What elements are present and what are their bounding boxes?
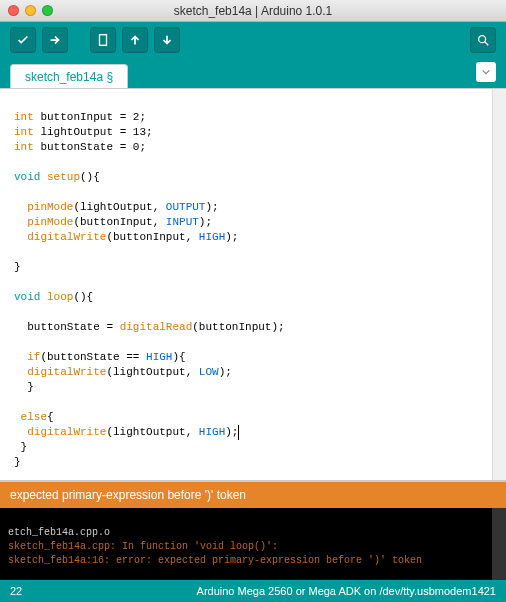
code-token: else xyxy=(14,411,47,423)
magnifier-icon xyxy=(476,33,490,47)
console-line: sketch_feb14a:16: error: expected primar… xyxy=(8,555,422,566)
code-token: void xyxy=(14,171,40,183)
svg-rect-0 xyxy=(100,35,107,46)
minimize-icon[interactable] xyxy=(25,5,36,16)
code-token: ){ xyxy=(172,351,185,363)
open-button[interactable] xyxy=(122,27,148,53)
board-info: Arduino Mega 2560 or Mega ADK on /dev/tt… xyxy=(197,585,496,597)
code-token: } xyxy=(14,261,21,273)
status-bar: 22 Arduino Mega 2560 or Mega ADK on /dev… xyxy=(0,580,506,602)
code-token: digitalWrite xyxy=(14,366,106,378)
error-message: expected primary-expression before ')' t… xyxy=(10,488,246,502)
code-token: ); xyxy=(219,366,232,378)
console-line: sketch_feb14a.cpp: In function 'void loo… xyxy=(8,541,278,552)
svg-point-1 xyxy=(479,36,486,43)
code-token: (){ xyxy=(80,171,100,183)
code-token: int xyxy=(14,141,34,153)
code-token: buttonState = xyxy=(14,321,120,333)
upload-button[interactable] xyxy=(42,27,68,53)
code-token: OUTPUT xyxy=(166,201,206,213)
code-token: } xyxy=(14,456,21,468)
code-token: HIGH xyxy=(199,231,225,243)
code-token: ); xyxy=(205,201,218,213)
save-button[interactable] xyxy=(154,27,180,53)
toolbar xyxy=(0,22,506,58)
code-token: (lightOutput, xyxy=(106,426,198,438)
code-token: void xyxy=(14,291,40,303)
code-token: (){ xyxy=(73,291,93,303)
code-token: (buttonInput, xyxy=(106,231,198,243)
file-icon xyxy=(96,33,110,47)
code-token: } xyxy=(14,381,34,393)
traffic-lights xyxy=(8,5,53,16)
code-token: setup xyxy=(40,171,80,183)
code-token: int xyxy=(14,126,34,138)
tab-sketch[interactable]: sketch_feb14a § xyxy=(10,64,128,88)
console-output[interactable]: etch_feb14a.cpp.o sketch_feb14a.cpp: In … xyxy=(0,508,506,580)
console-scrollbar[interactable] xyxy=(492,508,506,580)
close-icon[interactable] xyxy=(8,5,19,16)
arrow-down-icon xyxy=(160,33,174,47)
code-token: lightOutput = 13; xyxy=(34,126,153,138)
code-token: int xyxy=(14,111,34,123)
check-icon xyxy=(16,33,30,47)
error-bar: expected primary-expression before ')' t… xyxy=(0,482,506,508)
tab-menu-button[interactable] xyxy=(476,62,496,82)
code-token: HIGH xyxy=(199,426,225,438)
line-number: 22 xyxy=(10,585,22,597)
code-token: (lightOutput, xyxy=(73,201,165,213)
code-token: pinMode xyxy=(14,201,73,213)
code-token: ); xyxy=(225,231,238,243)
maximize-icon[interactable] xyxy=(42,5,53,16)
serial-monitor-button[interactable] xyxy=(470,27,496,53)
verify-button[interactable] xyxy=(10,27,36,53)
arrow-up-icon xyxy=(128,33,142,47)
window-titlebar: sketch_feb14a | Arduino 1.0.1 xyxy=(0,0,506,22)
code-token: INPUT xyxy=(166,216,199,228)
tab-bar: sketch_feb14a § xyxy=(0,58,506,88)
window-title: sketch_feb14a | Arduino 1.0.1 xyxy=(0,4,506,18)
code-token: buttonInput = 2; xyxy=(34,111,146,123)
editor-scrollbar[interactable] xyxy=(492,89,506,480)
code-token: LOW xyxy=(199,366,219,378)
code-token: digitalWrite xyxy=(14,426,106,438)
chevron-down-icon xyxy=(481,67,491,77)
arrow-right-icon xyxy=(48,33,62,47)
code-token: ); xyxy=(199,216,212,228)
code-token: { xyxy=(47,411,54,423)
console-line: etch_feb14a.cpp.o xyxy=(8,527,110,538)
new-button[interactable] xyxy=(90,27,116,53)
code-token: digitalWrite xyxy=(14,231,106,243)
code-token: (buttonInput); xyxy=(192,321,284,333)
code-token: if xyxy=(14,351,40,363)
code-token: buttonState = 0; xyxy=(34,141,146,153)
code-token: (buttonInput, xyxy=(73,216,165,228)
code-token: (lightOutput, xyxy=(106,366,198,378)
code-token: ); xyxy=(225,425,239,440)
tab-label: sketch_feb14a § xyxy=(25,70,113,84)
code-token: pinMode xyxy=(14,216,73,228)
code-editor[interactable]: int buttonInput = 2; int lightOutput = 1… xyxy=(0,88,506,482)
code-token: HIGH xyxy=(146,351,172,363)
code-token: loop xyxy=(40,291,73,303)
code-token: (buttonState == xyxy=(40,351,146,363)
code-token: digitalRead xyxy=(120,321,193,333)
code-token: } xyxy=(14,441,27,453)
